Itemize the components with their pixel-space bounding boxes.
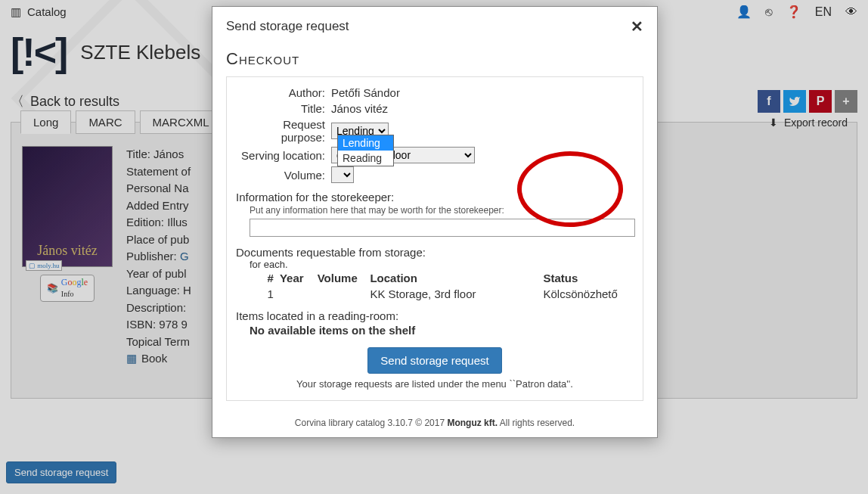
col-num: # [250,272,280,284]
serving-label: Serving location: [236,149,331,162]
reading-room-label: Items located in a reading-room: [236,309,634,322]
table-row: 1 KK Storage, 3rd floor Kölcsönözhető [250,287,634,300]
storekeeper-info-input[interactable] [250,219,635,237]
cell-year [280,287,318,300]
col-volume: Volume [318,272,370,284]
volume-select[interactable] [331,166,354,183]
cell-num: 1 [250,287,280,300]
author-value: Petőfi Sándor [331,86,400,99]
storage-request-modal: Send storage request ✕ Checkout Author: … [212,6,658,438]
purpose-option-reading[interactable]: Reading [338,151,393,166]
foreach-label: for each. [250,259,634,270]
storekeeper-info-label: Information for the storekeeper: [236,191,634,204]
col-status: Status [543,272,634,284]
modal-send-request-button[interactable]: Send storage request [367,347,501,374]
storekeeper-info-hint: Put any information here that may be wor… [250,205,634,216]
docs-label: Documents requestable from storage: [236,246,634,259]
purpose-option-lending[interactable]: Lending [338,135,393,151]
checkout-heading: Checkout [226,49,643,69]
col-year: Year [280,272,318,284]
patron-hint: Your storage requests are listed under t… [236,378,634,390]
modal-title: Send storage request [226,19,349,34]
checkout-box: Author: Petőfi Sándor Title: János vitéz… [226,76,643,401]
cell-status: Kölcsönözhető [543,287,634,300]
close-icon[interactable]: ✕ [631,17,643,36]
col-location: Location [370,272,543,284]
docs-table: # Year Volume Location Status 1 KK Stora… [250,272,634,300]
cell-volume [318,287,370,300]
modal-footer: Corvina library catalog 3.10.7 © 2017 Mo… [212,412,657,437]
no-items-msg: No available items on the shelf [250,324,634,337]
cell-location: KK Storage, 3rd floor [370,287,543,300]
purpose-label: Request purpose: [236,118,331,144]
volume-label: Volume: [236,169,331,182]
title-label: Title: [236,102,331,115]
request-purpose-dropdown: Lending Reading [337,135,394,166]
author-label: Author: [236,86,331,99]
title-value: János vitéz [331,102,388,115]
